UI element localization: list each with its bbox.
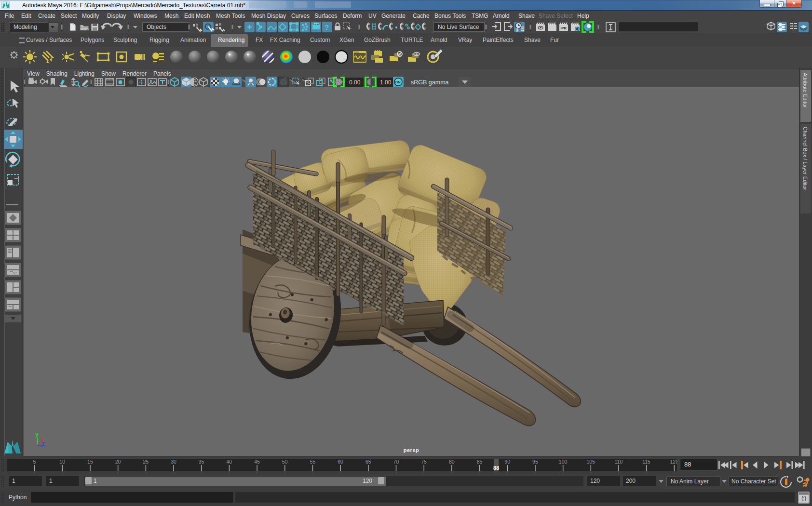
svg-text:5: 5 xyxy=(33,459,36,465)
svg-text:30: 30 xyxy=(171,459,176,465)
svg-text:25: 25 xyxy=(143,459,149,465)
svg-text:60: 60 xyxy=(338,459,343,465)
svg-text:88: 88 xyxy=(493,465,499,471)
svg-text:105: 105 xyxy=(586,459,595,465)
svg-text:ON: ON xyxy=(395,80,401,84)
svg-text:110: 110 xyxy=(615,459,623,465)
svg-text:120: 120 xyxy=(670,459,677,465)
svg-text:1.00: 1.00 xyxy=(380,79,392,86)
svg-text:15: 15 xyxy=(87,459,93,465)
svg-text:?: ? xyxy=(325,23,329,31)
svg-text:95: 95 xyxy=(532,459,538,465)
svg-text:45: 45 xyxy=(254,459,260,465)
svg-text:y: y xyxy=(35,431,39,438)
svg-text:100: 100 xyxy=(559,459,568,465)
svg-text:90: 90 xyxy=(504,459,510,465)
svg-text:50: 50 xyxy=(282,459,288,465)
svg-text:115: 115 xyxy=(642,459,650,465)
svg-text:0.00: 0.00 xyxy=(349,79,361,86)
svg-text:35: 35 xyxy=(199,459,204,465)
svg-text:z: z xyxy=(42,440,45,447)
svg-text:sRGB gamma: sRGB gamma xyxy=(411,79,449,86)
svg-text:40: 40 xyxy=(226,459,232,465)
svg-text:10: 10 xyxy=(59,459,65,465)
svg-text:20: 20 xyxy=(115,459,121,465)
svg-text:IPR: IPR xyxy=(561,26,567,30)
svg-text:85: 85 xyxy=(477,459,483,465)
svg-text:80: 80 xyxy=(449,459,455,465)
svg-text:70: 70 xyxy=(393,459,399,465)
svg-text:75: 75 xyxy=(421,459,427,465)
svg-text:65: 65 xyxy=(365,459,371,465)
svg-text:55: 55 xyxy=(310,459,316,465)
